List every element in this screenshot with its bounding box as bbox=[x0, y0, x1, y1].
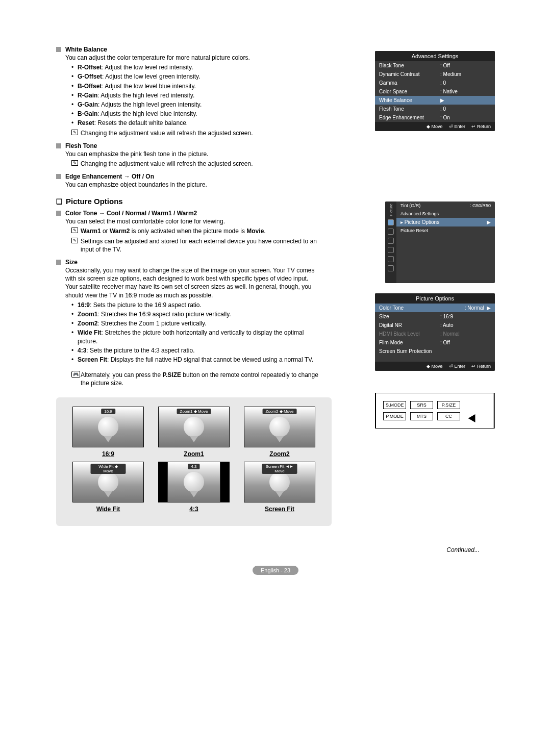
thumb-badge: 4:3 bbox=[188, 464, 199, 469]
square-bullet-icon bbox=[56, 143, 61, 148]
pmode-button[interactable]: P.MODE bbox=[383, 412, 406, 420]
osd-row: Tint (G/R): G50/R50 bbox=[396, 201, 495, 210]
list-item: Zoom1: Stretches the 16:9 aspect ratio p… bbox=[71, 310, 321, 318]
continued-text: Continued... bbox=[56, 546, 495, 553]
osd-row: Flesh Tone: 0 bbox=[375, 105, 495, 113]
osd-footer: ◆ Move ⏎ Enter ↩ Return bbox=[375, 122, 495, 131]
enter-hint: ⏎ Enter bbox=[449, 364, 465, 369]
thumb-label: Screen Fit bbox=[241, 506, 318, 513]
desc-text: Occasionally, you may want to change the… bbox=[65, 266, 321, 299]
thumb-cell: 4:3 4:3 bbox=[156, 462, 232, 513]
list-item: Reset: Resets the default white balance. bbox=[71, 119, 321, 127]
osd-row[interactable]: Picture Reset bbox=[396, 226, 495, 235]
channel-tab-icon[interactable] bbox=[388, 238, 394, 244]
input-tab-icon[interactable] bbox=[388, 256, 394, 262]
mts-button[interactable]: MTS bbox=[410, 412, 433, 420]
balloon-icon bbox=[98, 417, 118, 437]
square-bullet-icon bbox=[56, 47, 61, 52]
square-bullet-icon bbox=[56, 260, 61, 265]
remote-control-section: S.MODE SRS P.SIZE P.MODE MTS CC bbox=[375, 393, 495, 429]
flesh-tone-section: Flesh Tone You can emphasize the pink fl… bbox=[56, 142, 321, 168]
smode-button[interactable]: S.MODE bbox=[383, 401, 406, 409]
sidebar-label: Picture bbox=[389, 204, 393, 216]
osd-footer: ◆ Move ⏎ Enter ↩ Return bbox=[375, 362, 495, 371]
thumb-cell: Wide Fit ◆ Move Wide Fit bbox=[70, 462, 146, 513]
remote-icon: 🎮 bbox=[71, 371, 80, 378]
heading: Size bbox=[65, 259, 78, 266]
balloon-icon bbox=[269, 417, 290, 437]
list-item: B-Gain: Adjusts the high level blue inte… bbox=[71, 110, 321, 118]
note: ✎Settings can be adjusted and stored for… bbox=[71, 237, 321, 254]
balloon-icon bbox=[184, 417, 204, 437]
osd-row: Screen Burn Protection bbox=[375, 347, 495, 356]
size-thumbnails-grid: 16:9 16:9 Zoom1 ◆ Move Zoom1 Zoom2 ◆ Mov… bbox=[56, 397, 332, 526]
enter-hint: ⏎ Enter bbox=[449, 124, 465, 129]
thumb-badge: 16:9 bbox=[101, 409, 115, 414]
note-icon: ✎ bbox=[71, 160, 78, 166]
osd-row-highlight[interactable]: White Balance▶ bbox=[375, 96, 495, 105]
osd-row-highlight[interactable]: ▸ Picture Options▶ bbox=[396, 218, 495, 226]
thumb-label: 16:9 bbox=[70, 450, 146, 458]
thumb-cell: Zoom2 ◆ Move Zoom2 bbox=[241, 407, 318, 458]
thumb-badge: Screen Fit ◄► Move bbox=[262, 464, 297, 474]
thumb-label: Zoom1 bbox=[156, 450, 232, 458]
sound-tab-icon[interactable] bbox=[388, 229, 394, 235]
heading: Flesh Tone bbox=[65, 142, 97, 149]
list-item: B-Offset: Adjust the low level blue inte… bbox=[71, 82, 321, 90]
move-hint: ◆ Move bbox=[427, 364, 443, 369]
balloon-icon bbox=[269, 472, 290, 492]
arrow-right-icon: ▶ bbox=[440, 97, 444, 103]
thumb-cell: Zoom1 ◆ Move Zoom1 bbox=[156, 407, 232, 458]
osd-advanced-settings: Advanced Settings Black Tone: Off Dynami… bbox=[375, 51, 495, 131]
osd-row: Edge Enhancement: On bbox=[375, 113, 495, 122]
osd-picture-menu: Picture Tint (G/R): G50/R50 Advanced Set… bbox=[385, 201, 495, 283]
desc-text: You can emphasize the pink flesh tone in… bbox=[65, 150, 321, 158]
picture-tab-icon[interactable] bbox=[388, 219, 394, 225]
thumb-zoom2: Zoom2 ◆ Move bbox=[244, 407, 315, 447]
thumb-badge: Wide Fit ◆ Move bbox=[91, 464, 126, 474]
list-item: 16:9: Sets the picture to the 16:9 aspec… bbox=[71, 301, 321, 309]
osd-picture-options: Picture Options Color Tone: Normal ▶ Siz… bbox=[375, 293, 495, 371]
setup-tab-icon[interactable] bbox=[388, 247, 394, 253]
thumb-16-9: 16:9 bbox=[72, 407, 144, 447]
balloon-icon bbox=[184, 472, 204, 492]
desc-text: You can adjust the color temperature for… bbox=[65, 54, 321, 62]
thumb-cell: Screen Fit ◄► Move Screen Fit bbox=[241, 462, 318, 513]
srs-button[interactable]: SRS bbox=[410, 401, 433, 409]
list-item: G-Offset: Adjust the low level green int… bbox=[71, 72, 321, 81]
cc-button[interactable]: CC bbox=[437, 412, 460, 420]
desc-text: You can select the most comfortable colo… bbox=[65, 217, 321, 225]
size-list: 16:9: Sets the picture to the 16:9 aspec… bbox=[71, 301, 321, 364]
osd-row-highlight[interactable]: Color Tone: Normal ▶ bbox=[375, 304, 495, 312]
osd-row[interactable]: Advanced Settings bbox=[396, 210, 495, 218]
thumb-label: Zoom2 bbox=[241, 450, 318, 458]
list-item: R-Gain: Adjusts the high level red inten… bbox=[71, 91, 321, 99]
list-item: R-Offset: Adjust the low level red inten… bbox=[71, 63, 321, 71]
osd-row: Black Tone: Off bbox=[375, 61, 495, 70]
return-hint: ↩ Return bbox=[471, 364, 491, 369]
thumb-widefit: Wide Fit ◆ Move bbox=[72, 462, 144, 502]
cursor-icon bbox=[468, 414, 479, 424]
heading: White Balance bbox=[65, 46, 107, 53]
thumb-label: Wide Fit bbox=[70, 506, 146, 513]
osd-row: Digital NR: Auto bbox=[375, 321, 495, 330]
list-item: Wide Fit: Stretches the picture both hor… bbox=[71, 329, 321, 345]
thumb-screenfit: Screen Fit ◄► Move bbox=[244, 462, 315, 502]
page-footer: English - 23 bbox=[56, 566, 495, 575]
list-item: Screen Fit: Displays the full native HD … bbox=[71, 356, 321, 364]
note: ✎Changing the adjustment value will refr… bbox=[71, 160, 321, 168]
return-hint: ↩ Return bbox=[471, 124, 491, 129]
psize-note: 🎮 Alternately, you can press the P.SIZE … bbox=[71, 371, 321, 387]
list-item: Zoom2: Stretches the Zoom 1 picture vert… bbox=[71, 319, 321, 327]
note-icon: ✎ bbox=[71, 238, 78, 243]
list-item: G-Gain: Adjusts the high level green int… bbox=[71, 100, 321, 109]
edge-enhancement-section: Edge Enhancement → Off / On You can emph… bbox=[56, 173, 321, 189]
list-item: 4:3: Sets the picture to the 4:3 aspect … bbox=[71, 346, 321, 355]
osd-row: Color Space: Native bbox=[375, 87, 495, 96]
white-balance-list: R-Offset: Adjust the low level red inten… bbox=[71, 63, 321, 127]
thumb-4-3: 4:3 bbox=[158, 462, 230, 502]
osd-row: Size: 16:9 bbox=[375, 312, 495, 321]
application-tab-icon[interactable] bbox=[388, 265, 394, 271]
balloon-icon bbox=[98, 472, 118, 492]
psize-button[interactable]: P.SIZE bbox=[437, 401, 460, 409]
